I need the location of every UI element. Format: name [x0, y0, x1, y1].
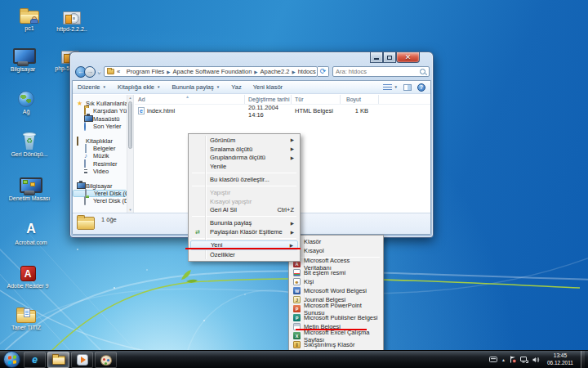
- taskbar-explorer-button[interactable]: [47, 352, 69, 368]
- file-type: HTML Belgesi: [292, 107, 341, 114]
- desktop-icon-label: Ağ: [5, 109, 47, 116]
- folder-documents-icon: [16, 310, 36, 323]
- start-button[interactable]: [3, 351, 20, 368]
- breadcrumb-segment[interactable]: Apache Software Foundation: [173, 68, 252, 75]
- column-header-type[interactable]: Tür: [292, 95, 341, 104]
- maximize-button[interactable]: [383, 52, 396, 63]
- window-controls: ✕: [370, 52, 420, 63]
- nav-item-music[interactable]: ♪Müzik: [73, 152, 127, 159]
- search-input[interactable]: Ara: htdocs: [332, 66, 430, 77]
- scroll-down-icon[interactable]: ▼: [127, 208, 133, 212]
- nav-item-local-disk-c[interactable]: Yerel Disk (C:): [73, 190, 127, 197]
- desktop-icon-denetim-masasi[interactable]: Denetim Masası: [8, 175, 51, 203]
- menu-item-geri-al-sil[interactable]: Geri Al SilCtrl+Z: [190, 206, 298, 215]
- zipped-folder-icon: ⇕: [293, 341, 301, 348]
- desktop-icon-recycle-bin[interactable]: Geri Dönüşü...: [8, 131, 51, 159]
- nav-item-recent-places[interactable]: Son Yerler: [73, 123, 127, 130]
- nav-item-local-disk-d[interactable]: Yerel Disk (D:): [73, 197, 127, 204]
- word-icon: W: [293, 287, 301, 294]
- submenu-item-kisi[interactable]: ☻Kişi: [291, 277, 381, 286]
- nav-scrollbar[interactable]: ▲ ▼: [127, 95, 134, 213]
- nav-group-computer[interactable]: Bilgisayar: [73, 182, 127, 190]
- chevron-down-icon: ▼: [157, 85, 160, 89]
- desktop-icon-bilgisayar[interactable]: Bilgisayar: [2, 46, 44, 74]
- menu-item-gruplandirma-olcutu[interactable]: Gruplandırma ölçütü▶: [190, 154, 298, 163]
- submenu-item-klasor[interactable]: Klasör: [291, 237, 381, 246]
- nav-group-favorites[interactable]: ★Sık Kullanılanlar: [73, 100, 127, 107]
- nav-item-video[interactable]: Video: [73, 168, 127, 175]
- desktop-icon-taner-titiz[interactable]: Taner TITIZ: [5, 306, 47, 332]
- forward-button[interactable]: →: [84, 66, 96, 78]
- submenu-item-excel[interactable]: XMicrosoft Excel Çalışma Sayfası: [291, 331, 381, 340]
- breadcrumb-segment[interactable]: htdocs: [298, 68, 316, 75]
- submenu-item-word[interactable]: WMicrosoft Word Belgesi: [291, 286, 381, 295]
- menu-item-bununla-paylas[interactable]: Bununla paylaş▶: [190, 218, 298, 227]
- taskbar-paint-button[interactable]: [95, 352, 117, 368]
- nav-item-documents[interactable]: Belgeler: [73, 145, 127, 152]
- volume-icon[interactable]: [532, 357, 540, 363]
- taskbar-clock[interactable]: 13:4506.12.2011: [544, 352, 577, 367]
- tray-device-icon[interactable]: [489, 357, 497, 362]
- nav-group-libraries[interactable]: Kitaplıklar: [73, 137, 127, 145]
- menu-item-paylasilan-klasor-esitleme[interactable]: ⇄Paylaşılan Klasör Eşitleme▶: [190, 227, 298, 236]
- menu-item-yenile[interactable]: Yenile: [190, 162, 298, 171]
- submenu-item-bitmap[interactable]: Bit eşlem resmi: [291, 268, 381, 277]
- scroll-up-icon[interactable]: ▲: [127, 96, 133, 100]
- command-toolbar: Düzenle▼ Kitaplığa ekle▼ Bununla paylaş▼…: [73, 81, 430, 94]
- desktop-icon-ag[interactable]: Ağ: [5, 88, 47, 116]
- taskbar-internet-explorer-button[interactable]: e: [24, 352, 46, 368]
- action-center-flag-icon[interactable]: [510, 356, 516, 363]
- breadcrumb-separator-icon: [122, 70, 124, 74]
- submenu-item-access[interactable]: AMicrosoft Access Veritabanı: [291, 259, 381, 268]
- show-desktop-button[interactable]: [581, 351, 585, 368]
- menu-item-ozellikler[interactable]: Özellikler: [190, 250, 298, 259]
- breadcrumb-overflow[interactable]: «: [117, 68, 120, 75]
- submenu-item-publisher[interactable]: PMicrosoft Publisher Belgesi: [291, 313, 381, 322]
- nav-item-downloads[interactable]: Karşıdan Yüklem: [73, 107, 127, 114]
- submenu-item-sikistirilmis-klasor[interactable]: ⇕Sıkıştırılmış Klasör: [291, 340, 381, 349]
- network-icon[interactable]: [520, 357, 528, 363]
- address-bar: ← → ▼ « Program Files ▶ Apache Software …: [74, 65, 430, 79]
- libraries-icon: [77, 137, 78, 146]
- submenu-item-powerpoint[interactable]: PMicrosoft PowerPoint Sunusu: [291, 304, 381, 313]
- menu-item-siralama-olcutu[interactable]: Sıralama ölçütü▶: [190, 145, 298, 154]
- close-button[interactable]: ✕: [396, 52, 420, 63]
- refresh-button[interactable]: ⟳: [318, 66, 329, 77]
- desktop-icon-pc1[interactable]: pc1: [8, 7, 51, 33]
- recent-pages-dropdown-icon[interactable]: ▼: [97, 70, 101, 74]
- burn-button[interactable]: Yaz: [231, 83, 241, 91]
- breadcrumb-segment[interactable]: Program Files: [127, 68, 165, 75]
- help-button[interactable]: ?: [417, 83, 425, 92]
- column-header-name[interactable]: Ad▲: [135, 95, 245, 104]
- acrobat-icon: [23, 222, 39, 238]
- submenu-arrow-icon: ▶: [291, 230, 294, 235]
- installer-package-icon: [63, 11, 81, 25]
- column-header-date[interactable]: Değiştirme tarihi: [245, 95, 292, 104]
- submenu-item-kisayol[interactable]: ↗Kısayol: [291, 246, 381, 255]
- new-folder-button[interactable]: Yeni klasör: [253, 83, 283, 91]
- desktop-icon-adobe-reader[interactable]: Adobe Reader 9: [7, 263, 49, 290]
- file-row-index-html[interactable]: eindex.html 20.11.2004 14:16 HTML Belges…: [135, 106, 430, 115]
- desktop-icon-httpd[interactable]: httpd-2.2.2..: [51, 7, 93, 34]
- scrollbar-thumb[interactable]: [128, 101, 132, 149]
- taskbar-media-player-button[interactable]: [71, 352, 93, 368]
- powerpoint-icon: P: [293, 305, 301, 312]
- desktop-icon-acrobat-com[interactable]: Acrobat.com: [10, 219, 52, 247]
- nav-item-desktop[interactable]: Masaüstü: [73, 115, 127, 123]
- nav-item-pictures[interactable]: Resimler: [73, 160, 127, 168]
- item-count: 1 öğe: [101, 216, 117, 223]
- organize-button[interactable]: Düzenle▼: [78, 83, 106, 91]
- share-with-button[interactable]: Bununla paylaş▼: [172, 83, 220, 91]
- menu-item-gorunum[interactable]: Görünüm▶: [190, 136, 298, 145]
- show-hidden-icons-button[interactable]: ▲: [501, 357, 506, 362]
- control-panel-icon: [20, 177, 39, 194]
- preview-pane-button[interactable]: [403, 84, 412, 91]
- views-button[interactable]: ▼: [383, 84, 398, 91]
- minimize-button[interactable]: [370, 52, 383, 63]
- breadcrumb[interactable]: « Program Files ▶ Apache Software Founda…: [104, 66, 318, 77]
- menu-item-bu-klasoru-ozellestir[interactable]: Bu klasörü özelleştir...: [190, 175, 298, 184]
- column-header-size[interactable]: Boyut: [341, 95, 379, 104]
- breadcrumb-segment[interactable]: Apache2.2: [261, 68, 290, 75]
- sort-ascending-icon: ▲: [185, 94, 189, 99]
- add-to-library-button[interactable]: Kitaplığa ekle▼: [118, 83, 161, 91]
